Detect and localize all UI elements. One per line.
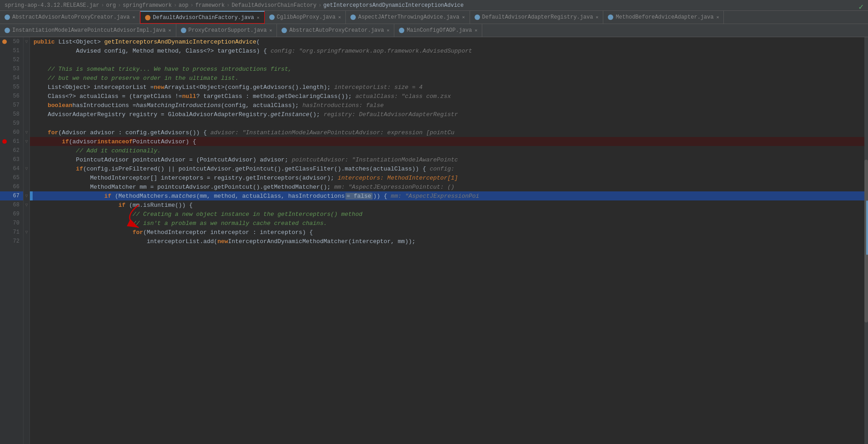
fold-57: [24, 101, 29, 110]
code-area: 50 51 52 53 54 55 56 57: [0, 37, 868, 444]
debug-var: = false: [345, 193, 373, 200]
fold-62: [24, 146, 29, 155]
breadcrumb-bar: spring-aop-4.3.12.RELEASE.jar › org › sp…: [0, 0, 868, 11]
tab-DefaultAdvisorChainFactory[interactable]: DefaultAdvisorChainFactory.java ✕: [140, 11, 264, 24]
code-line-52: [30, 55, 868, 64]
tab-MethodBeforeAdviceAdapter[interactable]: MethodBeforeAdviceAdapter.java ✕: [603, 11, 724, 24]
code-line-51: Advised config, Method method, Class<?> …: [30, 46, 868, 55]
code-line-55: List<Object> interceptorList = new Array…: [30, 83, 868, 92]
breadcrumb-item[interactable]: spring-aop-4.3.12.RELEASE.jar: [5, 2, 99, 9]
breakpoint-indicator: [2, 139, 7, 144]
fold-66: [24, 182, 29, 191]
breadcrumb-item[interactable]: org: [106, 2, 116, 9]
fold-60: ▽: [24, 128, 29, 137]
tab-icon: [5, 15, 10, 20]
breadcrumb-item[interactable]: framework: [195, 2, 225, 9]
line-num-57: 57: [0, 101, 23, 110]
breadcrumb-item[interactable]: DefaultAdvisorChainFactory: [232, 2, 316, 9]
line-num-54: 54: [0, 73, 23, 83]
line-num-64: 64: [0, 164, 23, 173]
tab-row-2: InstantiationModelAwarePointcutAdvisorIm…: [0, 24, 868, 37]
fold-72: [24, 237, 29, 246]
tab-label: AspectJAfterThrowingAdvice.java: [358, 14, 459, 20]
tab-ProxyCreatorSupport[interactable]: ProxyCreatorSupport.java ✕: [176, 24, 277, 37]
tab-InstantiationModelAwarePointcutAdvisorImpl[interactable]: InstantiationModelAwarePointcutAdvisorIm…: [0, 24, 176, 37]
tab-row-1: AbstractAdvisorAutoProxyCreator.java ✕ D…: [0, 11, 868, 24]
code-line-56: Class<?> actualClass = (targetClass != n…: [30, 92, 868, 101]
code-line-70: // isn't a problem as we normally cache …: [30, 219, 868, 228]
line-num-55: 55: [0, 83, 23, 92]
tab-close-button[interactable]: ✕: [716, 15, 719, 20]
line-num-62: 62: [0, 146, 23, 155]
fold-64: ▽: [24, 164, 29, 173]
fold-67: ▽: [24, 191, 29, 200]
tab-label: CglibAopProxy.java: [277, 14, 336, 20]
fold-51: [24, 46, 29, 55]
tab-DefaultAdvisorAdapterRegistry[interactable]: DefaultAdvisorAdapterRegistry.java ✕: [470, 11, 604, 24]
fold-69: [24, 210, 29, 219]
fold-71: ▽: [24, 228, 29, 237]
tab-close-button[interactable]: ✕: [132, 15, 135, 20]
tab-MainConfigOfAOP[interactable]: MainConfigOfAOP.java ✕: [394, 24, 482, 37]
fold-65: [24, 173, 29, 182]
code-line-54: // but we need to preserve order in the …: [30, 73, 868, 83]
tab-icon: [399, 28, 404, 33]
line-num-60: 60: [0, 128, 23, 137]
line-num-66: 66: [0, 182, 23, 191]
fold-gutter: ▽ ▽ ▽ ▽ ▽ ▽ ▽: [24, 37, 30, 444]
line-num-51: 51: [0, 46, 23, 55]
code-line-62: // Add it conditionally.: [30, 146, 868, 155]
tab-close-button[interactable]: ✕: [168, 28, 171, 33]
tab-close-button[interactable]: ✕: [596, 15, 598, 20]
line-num-70: 70: [0, 219, 23, 228]
tab-close-button[interactable]: ✕: [387, 28, 389, 33]
code-content: public List<Object> getInterceptorsAndDy…: [30, 37, 868, 444]
code-line-57: boolean hasIntroductions = hasMatchingIn…: [30, 101, 868, 110]
tab-AbstractAdvisorAutoProxyCreator[interactable]: AbstractAdvisorAutoProxyCreator.java ✕: [0, 11, 140, 24]
code-line-67: if (MethodMatchers.matches(mm, method, a…: [30, 191, 868, 200]
tab-icon: [350, 15, 356, 20]
fold-56: [24, 92, 29, 101]
tab-CglibAopProxy[interactable]: CglibAopProxy.java ✕: [265, 11, 346, 24]
line-num-69: 69: [0, 210, 23, 219]
tab-close-button[interactable]: ✕: [462, 15, 465, 20]
code-line-63: PointcutAdvisor pointcutAdvisor = (Point…: [30, 155, 868, 164]
line-num-61: 61: [0, 137, 23, 146]
line-num-67: 67: [0, 191, 23, 200]
tab-icon: [281, 28, 287, 33]
code-line-69: // Creating a new object instance in the…: [30, 210, 868, 219]
code-line-72: interceptorList.add(new InterceptorAndDy…: [30, 237, 868, 246]
fold-55: [24, 83, 29, 92]
code-line-68: if (mm.isRuntime()) {: [30, 200, 868, 210]
tab-AbstractAutoProxyCreator[interactable]: AbstractAutoProxyCreator.java ✕: [277, 24, 394, 37]
fold-63: [24, 155, 29, 164]
tab-label: AbstractAdvisorAutoProxyCreator.java: [12, 14, 130, 20]
fold-61: ▽: [24, 137, 29, 146]
fold-58: [24, 110, 29, 119]
line-num-56: 56: [0, 92, 23, 101]
scroll-position-indicator: [866, 200, 868, 255]
line-num-71: 71: [0, 228, 23, 237]
tab-label: MethodBeforeAdviceAdapter.java: [616, 14, 713, 20]
fold-59: [24, 119, 29, 128]
tab-close-button[interactable]: ✕: [269, 28, 272, 33]
fold-50: ▽: [24, 37, 29, 46]
tab-icon: [5, 28, 10, 33]
line-num-65: 65: [0, 173, 23, 182]
code-line-61: if (advisor instanceof PointcutAdvisor) …: [30, 137, 868, 146]
breadcrumb-item[interactable]: aop: [179, 2, 189, 9]
line-num-50: 50: [0, 37, 23, 46]
line-num-52: 52: [0, 55, 23, 64]
code-line-58: AdvisorAdapterRegistry registry = Global…: [30, 110, 868, 119]
tab-AspectJAfterThrowingAdvice[interactable]: AspectJAfterThrowingAdvice.java ✕: [346, 11, 470, 24]
code-line-64: if (config.isPreFiltered() || pointcutAd…: [30, 164, 868, 173]
code-line-50: public List<Object> getInterceptorsAndDy…: [30, 37, 868, 46]
tab-label: ProxyCreatorSupport.java: [189, 27, 267, 34]
debug-marker: [30, 191, 33, 200]
tab-close-button[interactable]: ✕: [338, 15, 341, 20]
tab-close-button[interactable]: ✕: [257, 15, 260, 20]
breadcrumb-item[interactable]: springframework: [123, 2, 172, 9]
line-num-58: 58: [0, 110, 23, 119]
tab-bar: AbstractAdvisorAutoProxyCreator.java ✕ D…: [0, 11, 868, 37]
tab-close-button[interactable]: ✕: [475, 28, 477, 33]
